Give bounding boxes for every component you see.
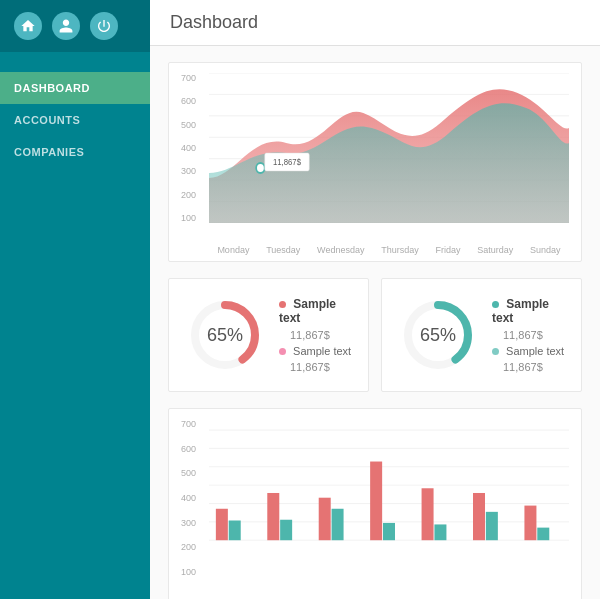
- donut-2-val-2: 11,867$: [503, 361, 565, 373]
- content-area: 700 600 500 400 300 200 100: [150, 46, 600, 599]
- donut-1-val-1: 11,867$: [290, 329, 352, 341]
- donut-1-dot-2: [279, 348, 286, 355]
- area-chart: 700 600 500 400 300 200 100: [181, 73, 569, 243]
- donut-card-1: 65% Sample text 11,867$ Sample text 11,8…: [168, 278, 369, 392]
- donut-1-dot-1: [279, 301, 286, 308]
- donut-2-dot-2: [492, 348, 499, 355]
- area-chart-y-labels: 700 600 500 400 300 200 100: [181, 73, 209, 223]
- sidebar-item-dashboard[interactable]: DASHBOARD: [0, 72, 150, 104]
- donut-1-label-2: Sample text: [279, 345, 352, 357]
- home-icon[interactable]: [14, 12, 42, 40]
- bar-chart-y-labels: 700 600 500 400 300 200 100: [181, 419, 209, 577]
- donut-1-label-1: Sample text: [279, 297, 352, 325]
- sidebar-item-accounts[interactable]: ACCOUNTS: [0, 104, 150, 136]
- user-icon[interactable]: [52, 12, 80, 40]
- sidebar: DASHBOARD ACCOUNTS COMPANIES: [0, 0, 150, 599]
- svg-rect-24: [267, 493, 279, 540]
- donut-2-pct: 65%: [420, 325, 456, 346]
- page-title: Dashboard: [150, 0, 600, 46]
- donut-1-val-2: 11,867$: [290, 361, 352, 373]
- donuts-row: 65% Sample text 11,867$ Sample text 11,8…: [168, 278, 582, 392]
- sidebar-nav: DASHBOARD ACCOUNTS COMPANIES: [0, 72, 150, 168]
- svg-rect-29: [383, 523, 395, 540]
- svg-rect-28: [370, 462, 382, 541]
- donut-2-label-2: Sample text: [492, 345, 565, 357]
- svg-rect-30: [422, 488, 434, 540]
- svg-rect-26: [319, 498, 331, 541]
- svg-rect-22: [216, 509, 228, 540]
- bar-chart-card: 700 600 500 400 300 200 100: [168, 408, 582, 599]
- donut-2-legend: Sample text 11,867$ Sample text 11,867$: [492, 297, 565, 373]
- svg-rect-33: [486, 512, 498, 540]
- svg-point-8: [256, 163, 265, 173]
- svg-rect-23: [229, 521, 241, 541]
- sidebar-item-companies[interactable]: COMPANIES: [0, 136, 150, 168]
- area-chart-card: 700 600 500 400 300 200 100: [168, 62, 582, 262]
- donut-2-dot-1: [492, 301, 499, 308]
- svg-rect-27: [332, 509, 344, 540]
- main-content: Dashboard 700 600 500 400 300 200 100: [150, 0, 600, 599]
- donut-1-legend: Sample text 11,867$ Sample text 11,867$: [279, 297, 352, 373]
- svg-rect-25: [280, 520, 292, 540]
- sidebar-icon-row: [0, 0, 150, 52]
- donut-1-pct: 65%: [207, 325, 243, 346]
- svg-rect-35: [537, 528, 549, 541]
- donut-card-2: 65% Sample text 11,867$ Sample text 11,8…: [381, 278, 582, 392]
- donut-chart-1: 65%: [185, 295, 265, 375]
- donut-2-val-1: 11,867$: [503, 329, 565, 341]
- bar-chart: 700 600 500 400 300 200 100: [181, 419, 569, 599]
- donut-2-label-1: Sample text: [492, 297, 565, 325]
- area-chart-x-labels: Monday Tuesday Wednesday Thursday Friday…: [181, 245, 569, 255]
- svg-text:11,867$: 11,867$: [273, 156, 301, 167]
- power-icon[interactable]: [90, 12, 118, 40]
- svg-rect-34: [524, 506, 536, 541]
- svg-rect-31: [434, 524, 446, 540]
- svg-rect-32: [473, 493, 485, 540]
- donut-chart-2: 65%: [398, 295, 478, 375]
